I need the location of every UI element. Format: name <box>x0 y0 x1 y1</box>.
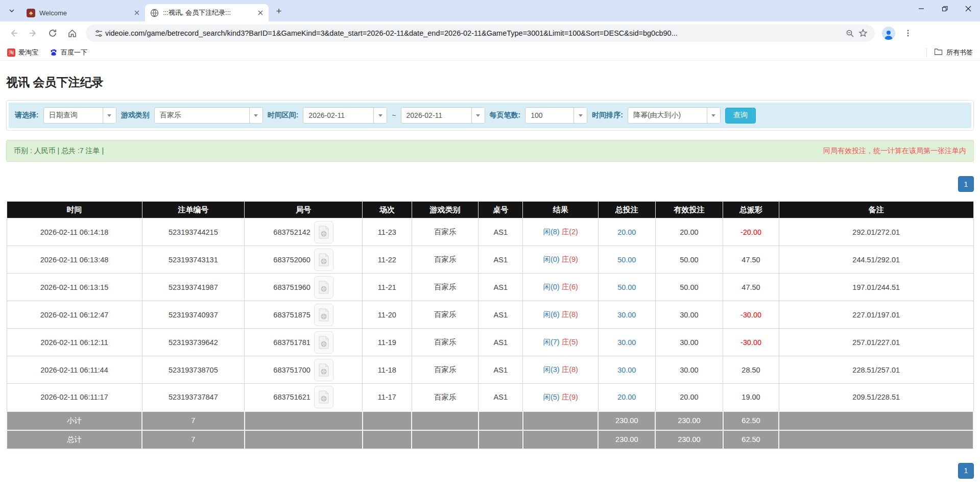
close-window-button[interactable] <box>957 0 980 17</box>
table-row: 2026-02-11 06:14:18 523193744215 6837521… <box>7 218 973 246</box>
cell-remark: 209.51/228.51 <box>779 384 973 411</box>
globe-favicon-icon <box>150 9 159 17</box>
cell-valid-bet: 30.00 <box>655 356 723 384</box>
cell-game: 百家乐 <box>412 329 479 356</box>
chevron-down-icon[interactable] <box>471 108 485 123</box>
tab-close-icon[interactable] <box>256 9 265 17</box>
all-bookmarks-button[interactable]: 所有书签 <box>934 48 973 57</box>
chevron-down-icon[interactable] <box>373 108 387 123</box>
table-row: 2026-02-11 06:13:15 523193741987 6837519… <box>7 274 973 301</box>
cell-game: 百家乐 <box>412 384 479 411</box>
pagination-top: 1 <box>6 176 974 192</box>
reload-icon[interactable] <box>44 24 61 42</box>
cell-total-bet: 50.00 <box>598 274 655 301</box>
cell-round-id: 683751700 <box>245 356 363 384</box>
video-replay-icon[interactable] <box>314 331 333 354</box>
cell-remark: 197.01/244.51 <box>779 274 973 301</box>
cell-time: 2026-02-11 06:12:11 <box>7 329 142 356</box>
bookmark-taobao[interactable]: 淘 爱淘宝 <box>7 48 38 57</box>
restore-button[interactable] <box>933 0 957 17</box>
page-1-button[interactable]: 1 <box>958 176 974 192</box>
cell-payout: 47.50 <box>723 246 779 274</box>
cell-total-bet: 30.00 <box>598 329 655 356</box>
home-icon[interactable] <box>63 24 81 42</box>
video-replay-icon[interactable] <box>314 359 333 381</box>
chevron-down-icon[interactable] <box>103 108 116 123</box>
cell-payout: -20.00 <box>723 218 779 246</box>
cell-session: 11-23 <box>363 218 412 246</box>
cell-bet-id: 523193740937 <box>142 301 245 329</box>
subtotal-total-bet: 230.00 <box>598 411 655 430</box>
taobao-icon: 淘 <box>7 48 15 57</box>
video-replay-icon[interactable] <box>314 386 333 408</box>
cell-result: 闲(0) 庄(9) <box>523 246 599 274</box>
date-range-label: 时间区间: <box>268 111 299 120</box>
video-replay-icon[interactable] <box>314 221 333 243</box>
folder-icon <box>934 48 943 57</box>
back-icon[interactable] <box>5 24 22 42</box>
cell-session: 11-22 <box>363 246 412 274</box>
subtotal-payout: 62.50 <box>723 411 779 430</box>
col-bet-id: 注单编号 <box>142 202 245 218</box>
cell-total-bet: 30.00 <box>598 356 655 384</box>
baidu-paw-icon <box>50 48 58 57</box>
cell-remark: 228.51/257.01 <box>779 356 973 384</box>
site-settings-tune-icon[interactable] <box>92 27 105 40</box>
currency-summary-text: 币别 : 人民币 | 总共 :7 注单 | <box>14 146 104 156</box>
cell-valid-bet: 20.00 <box>655 218 723 246</box>
query-type-select[interactable]: 日期查询 <box>43 107 116 124</box>
forward-icon[interactable] <box>25 24 42 42</box>
cell-round-id: 683751621 <box>245 384 363 411</box>
bookmark-star-icon[interactable] <box>856 27 870 40</box>
page-1-button[interactable]: 1 <box>958 463 974 479</box>
total-payout: 62.50 <box>723 430 779 449</box>
address-bar[interactable]: videoie.com/game/betrecord_search/kind3?… <box>86 24 875 42</box>
per-page-select[interactable]: 100 <box>525 107 587 124</box>
zoom-magnifier-icon[interactable] <box>843 27 856 40</box>
cell-remark: 292.01/272.01 <box>779 218 973 246</box>
tab-close-icon[interactable] <box>133 9 141 17</box>
tab-search-chevron-icon[interactable] <box>4 3 19 18</box>
all-bookmarks-label: 所有书签 <box>946 48 973 57</box>
video-replay-icon[interactable] <box>314 276 333 299</box>
notice-text: 同局有效投注，统一计算在该局第一张注单内 <box>823 146 966 156</box>
subtotal-row: 小计 7 230.00 230.00 62.50 <box>7 411 973 430</box>
video-replay-icon[interactable] <box>314 249 333 271</box>
cell-round-id: 683751781 <box>245 329 363 356</box>
page-title: 视讯 会员下注纪录 <box>6 75 974 90</box>
chevron-down-icon[interactable] <box>573 108 587 123</box>
search-button[interactable]: 查询 <box>725 108 756 124</box>
cell-game: 百家乐 <box>412 246 479 274</box>
bookmark-baidu[interactable]: 百度一下 <box>50 48 87 57</box>
video-replay-icon[interactable] <box>314 304 333 326</box>
cell-table-no: AS1 <box>479 356 523 384</box>
browser-window: ♣ Welcome :::视讯, 会员下注纪录::: + <box>0 0 980 61</box>
tab-welcome[interactable]: ♣ Welcome <box>21 4 145 21</box>
chevron-down-icon[interactable] <box>249 108 262 123</box>
cell-total-bet: 50.00 <box>598 246 655 274</box>
window-controls <box>910 0 980 17</box>
cell-result: 闲(8) 庄(2) <box>523 218 599 246</box>
date-separator: ~ <box>392 111 396 119</box>
cell-result: 闲(3) 庄(8) <box>523 356 599 384</box>
chevron-down-icon[interactable] <box>707 108 720 123</box>
cell-time: 2026-02-11 06:13:15 <box>7 274 142 301</box>
sort-select[interactable]: 降幂(由大到小) <box>628 107 721 124</box>
date-end-select[interactable]: 2026-02-11 <box>401 107 485 124</box>
cell-valid-bet: 30.00 <box>655 329 723 356</box>
cell-result: 闲(6) 庄(8) <box>523 301 599 329</box>
minimize-button[interactable] <box>910 0 933 17</box>
select-type-label: 请选择: <box>15 111 39 120</box>
url-text[interactable]: videoie.com/game/betrecord_search/kind3?… <box>105 29 843 37</box>
tab-betrecord[interactable]: :::视讯, 会员下注纪录::: <box>145 4 269 21</box>
game-kind-select[interactable]: 百家乐 <box>154 107 263 124</box>
cell-payout: 47.50 <box>723 274 779 301</box>
cell-session: 11-21 <box>363 274 412 301</box>
cell-remark: 244.51/292.01 <box>779 246 973 274</box>
cell-time: 2026-02-11 06:11:17 <box>7 384 142 411</box>
new-tab-button[interactable]: + <box>272 4 286 18</box>
date-start-select[interactable]: 2026-02-11 <box>303 107 387 124</box>
per-page-label: 每页笔数: <box>490 111 521 120</box>
profile-avatar[interactable] <box>882 27 895 40</box>
menu-kebab-icon[interactable] <box>899 24 917 42</box>
